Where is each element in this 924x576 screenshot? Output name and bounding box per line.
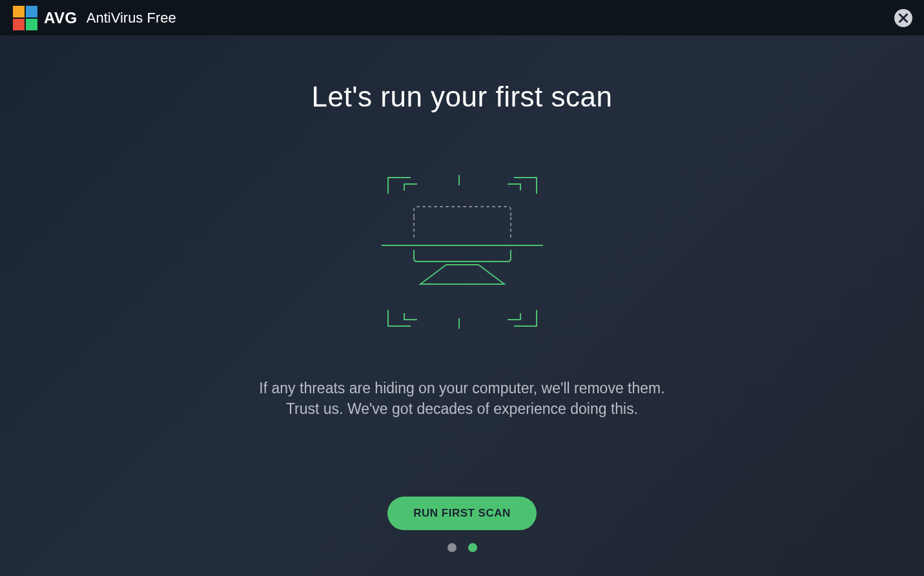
main-content: Let's run your first scan — [0, 36, 924, 552]
avg-logo-icon — [13, 6, 37, 30]
titlebar: AVG AntiVirus Free — [0, 0, 924, 36]
logo-group: AVG AntiVirus Free — [13, 6, 176, 30]
product-name: AntiVirus Free — [87, 10, 176, 26]
close-icon — [899, 14, 908, 23]
close-button[interactable] — [894, 9, 912, 27]
description-text: If any threats are hiding on your comput… — [259, 378, 664, 419]
description-line-1: If any threats are hiding on your comput… — [259, 378, 664, 398]
computer-scan-icon — [378, 171, 546, 339]
run-first-scan-button[interactable]: RUN FIRST SCAN — [387, 497, 537, 530]
page-heading: Let's run your first scan — [312, 81, 613, 113]
description-line-2: Trust us. We've got decades of experienc… — [259, 398, 664, 419]
pagination-dots — [447, 543, 477, 552]
pagination-dot-2[interactable] — [468, 543, 477, 552]
brand-text: AVG — [44, 9, 77, 27]
pagination-dot-1[interactable] — [447, 543, 457, 552]
